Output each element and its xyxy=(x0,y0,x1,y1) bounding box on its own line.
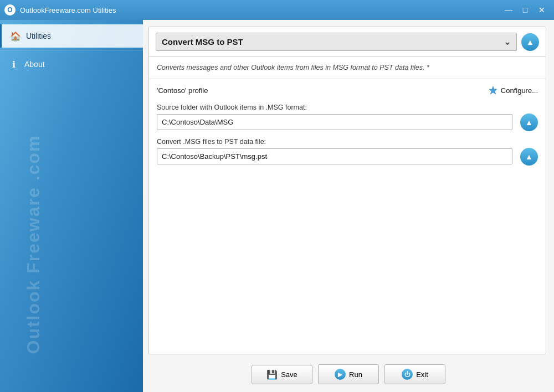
minimize-button[interactable]: — xyxy=(501,2,516,18)
sidebar-divider xyxy=(0,50,143,50)
window-title: OutlookFreeware.com Utilities xyxy=(20,6,501,14)
source-label: Source folder with Outlook items in .MSG… xyxy=(157,104,538,111)
save-button[interactable]: 💾 Save xyxy=(252,365,312,384)
sidebar-item-about[interactable]: ℹ About xyxy=(0,53,143,76)
tool-description: Converts messages and other Outlook item… xyxy=(149,57,546,79)
source-browse-button[interactable]: ▲ xyxy=(520,114,538,131)
profile-label: 'Contoso' profile xyxy=(157,86,208,95)
chevron-down-icon: ⌄ xyxy=(504,37,511,47)
sidebar-nav: 🏠 Utilities ℹ About xyxy=(0,20,143,80)
sidebar-watermark: Outlook Freeware .com xyxy=(23,188,44,354)
dest-row: ▲ xyxy=(157,148,538,166)
run-label: Run xyxy=(349,370,362,379)
exit-icon: ⏻ xyxy=(402,369,413,380)
run-icon: ▶ xyxy=(335,369,346,380)
save-icon: 💾 xyxy=(266,369,278,380)
dest-browse-button[interactable]: ▲ xyxy=(520,148,538,166)
dest-label: Convert .MSG files to PST data file: xyxy=(157,138,538,146)
content-area: Convert MSG to PST ⌄ ▲ Converts messages… xyxy=(143,20,554,392)
tool-dropdown[interactable]: Convert MSG to PST ⌄ xyxy=(156,33,517,51)
configure-label: Configure... xyxy=(501,86,538,95)
window-controls: — □ ✕ xyxy=(501,2,550,18)
sidebar-item-utilities[interactable]: 🏠 Utilities xyxy=(0,24,143,48)
maximize-button[interactable]: □ xyxy=(517,2,533,18)
sidebar-item-about-label: About xyxy=(24,60,45,69)
content-panel: Convert MSG to PST ⌄ ▲ Converts messages… xyxy=(148,27,546,354)
dest-field-group: Convert .MSG files to PST data file: ▲ xyxy=(157,138,538,166)
close-button[interactable]: ✕ xyxy=(534,2,550,18)
profile-row: 'Contoso' profile Configure... xyxy=(157,86,538,96)
source-row: ▲ xyxy=(157,114,538,131)
dropdown-row: Convert MSG to PST ⌄ ▲ xyxy=(149,27,546,57)
configure-button[interactable]: Configure... xyxy=(488,86,538,96)
save-label: Save xyxy=(281,370,297,379)
configure-icon xyxy=(488,86,498,96)
dest-input[interactable] xyxy=(157,148,512,164)
sidebar: 🏠 Utilities ℹ About Outlook Freeware .co… xyxy=(0,20,143,392)
exit-button[interactable]: ⏻ Exit xyxy=(384,364,445,384)
home-icon: 🏠 xyxy=(9,30,22,42)
sidebar-item-utilities-label: Utilities xyxy=(26,32,51,40)
footer-bar: 💾 Save ▶ Run ⏻ Exit xyxy=(143,359,554,392)
exit-label: Exit xyxy=(416,370,428,379)
app-icon: O xyxy=(4,4,16,16)
source-input[interactable] xyxy=(157,114,512,130)
main-container: 🏠 Utilities ℹ About Outlook Freeware .co… xyxy=(0,20,554,392)
run-button[interactable]: ▶ Run xyxy=(318,364,379,384)
svg-marker-0 xyxy=(489,86,497,94)
info-icon: ℹ xyxy=(8,58,20,70)
dropdown-value: Convert MSG to PST xyxy=(162,37,243,47)
title-bar: O OutlookFreeware.com Utilities — □ ✕ xyxy=(0,0,554,20)
form-section: 'Contoso' profile Configure... Source fo… xyxy=(149,79,546,354)
source-field-group: Source folder with Outlook items in .MSG… xyxy=(157,104,538,131)
scroll-up-button[interactable]: ▲ xyxy=(521,33,539,51)
